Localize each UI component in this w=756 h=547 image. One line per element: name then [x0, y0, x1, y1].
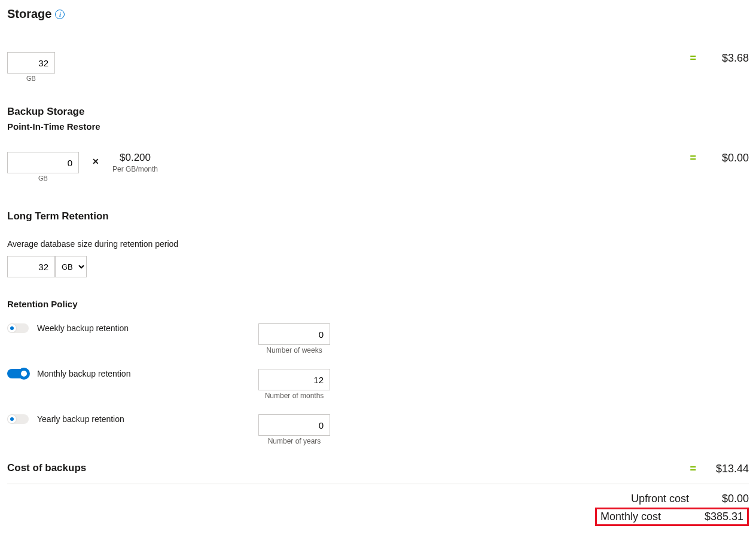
yearly-retention-label: Yearly backup retention: [37, 414, 124, 424]
monthly-cost-highlight: Monthly cost $385.31: [595, 508, 749, 526]
storage-unit-label: GB: [26, 75, 36, 82]
backup-rate-label: Per GB/month: [112, 165, 158, 173]
storage-cost: $3.68: [707, 52, 749, 65]
retention-policy-heading: Retention Policy: [7, 299, 749, 309]
yearly-retention-input[interactable]: [258, 414, 330, 436]
cost-of-backups-heading: Cost of backups: [7, 462, 86, 474]
equals-sign: =: [690, 463, 696, 475]
backup-cost: $0.00: [707, 152, 749, 164]
backup-unit-label: GB: [38, 175, 48, 182]
pitr-heading: Point-In-Time Restore: [7, 121, 749, 132]
backup-storage-heading: Backup Storage: [7, 106, 749, 118]
equals-sign: =: [690, 152, 696, 164]
yearly-retention-toggle[interactable]: [7, 414, 29, 424]
yearly-retention-unit: Number of years: [258, 437, 330, 445]
weekly-retention-toggle[interactable]: [7, 323, 29, 333]
avg-db-size-label: Average database size during retention p…: [7, 239, 749, 249]
monthly-retention-toggle[interactable]: [7, 369, 29, 378]
info-icon[interactable]: i: [55, 10, 65, 19]
upfront-cost-label: Upfront cost: [631, 493, 689, 505]
ltr-heading: Long Term Retention: [7, 210, 749, 222]
backup-gb-input[interactable]: [7, 152, 79, 173]
monthly-retention-unit: Number of months: [258, 392, 330, 400]
weekly-retention-input[interactable]: [258, 323, 330, 345]
monthly-cost-label: Monthly cost: [600, 511, 661, 523]
avg-db-size-input[interactable]: [7, 256, 55, 277]
upfront-cost-value: $0.00: [701, 493, 749, 505]
monthly-retention-input[interactable]: [258, 369, 330, 390]
equals-sign: =: [690, 52, 696, 65]
storage-gb-input[interactable]: [7, 52, 55, 74]
weekly-retention-unit: Number of weeks: [258, 346, 330, 355]
backup-rate: $0.200: [112, 152, 158, 164]
summary-divider: [7, 484, 749, 484]
cost-of-backups-value: $13.44: [707, 463, 749, 475]
monthly-cost-value: $385.31: [696, 511, 743, 523]
storage-heading: Storage: [7, 7, 51, 21]
multiply-sign: ✕: [92, 157, 99, 166]
weekly-retention-label: Weekly backup retention: [37, 323, 129, 333]
avg-db-size-unit-select[interactable]: GB: [55, 256, 87, 277]
monthly-retention-label: Monthly backup retention: [37, 369, 130, 378]
